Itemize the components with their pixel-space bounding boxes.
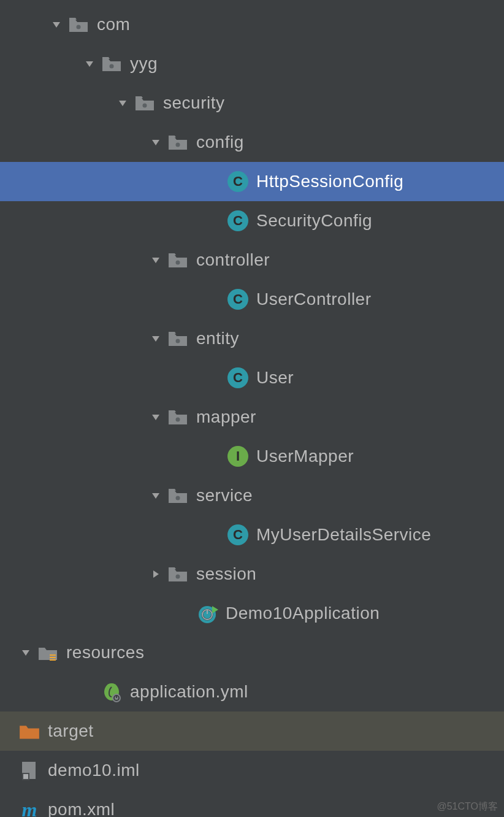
iml-file-icon [18, 759, 40, 781]
tree-item-label: security [163, 93, 224, 113]
tree-item-label: UserMapper [256, 447, 354, 466]
tree-item-label: target [48, 721, 94, 741]
folder-icon [134, 92, 156, 114]
tree-item[interactable]: config [0, 123, 504, 162]
svg-point-6 [176, 418, 180, 422]
tree-item[interactable]: IUserMapper [0, 437, 504, 476]
folder-icon [167, 328, 189, 350]
tree-item[interactable]: CMyUserDetailsService [0, 515, 504, 554]
maven-icon: m [18, 799, 40, 817]
folder-icon [167, 406, 189, 428]
svg-point-4 [176, 261, 180, 265]
target-folder-icon [18, 720, 40, 742]
svg-point-3 [176, 143, 180, 147]
tree-item-label: resources [66, 643, 144, 662]
svg-point-1 [110, 64, 114, 69]
class-icon: C [227, 210, 249, 232]
svg-point-2 [143, 104, 147, 108]
svg-point-8 [176, 575, 180, 579]
tree-item[interactable]: CSecurityConfig [0, 201, 504, 240]
tree-item[interactable]: session [0, 554, 504, 594]
expand-arrow-icon[interactable] [18, 645, 33, 660]
svg-rect-16 [50, 659, 56, 661]
svg-point-0 [77, 25, 81, 29]
expand-arrow-icon[interactable] [115, 96, 130, 110]
svg-rect-19 [116, 695, 117, 698]
expand-arrow-icon[interactable] [82, 56, 97, 71]
tree-item[interactable]: service [0, 476, 504, 515]
svg-point-5 [176, 339, 180, 343]
tree-item[interactable]: mapper [0, 397, 504, 437]
tree-item-label: SecurityConfig [256, 211, 372, 231]
tree-item-label: application.yml [130, 682, 248, 702]
spring-config-icon [101, 681, 123, 703]
expand-arrow-icon[interactable] [148, 567, 163, 581]
tree-item[interactable]: demo10.iml [0, 751, 504, 790]
tree-item-label: yyg [130, 54, 158, 74]
expand-arrow-icon[interactable] [148, 135, 163, 150]
tree-item-label: entity [196, 329, 239, 348]
tree-item-label: mapper [196, 407, 256, 427]
interface-icon: I [227, 445, 249, 467]
svg-point-7 [176, 496, 180, 501]
folder-icon [101, 53, 123, 75]
tree-item[interactable]: CUser [0, 358, 504, 397]
tree-item-label: Demo10Application [226, 604, 380, 623]
tree-item-label: session [196, 564, 256, 584]
svg-rect-14 [50, 654, 56, 656]
tree-item[interactable]: com [0, 5, 504, 44]
class-icon: C [227, 367, 249, 389]
class-icon: C [227, 524, 249, 546]
tree-item[interactable]: CUserController [0, 280, 504, 319]
expand-arrow-icon[interactable] [148, 488, 163, 503]
tree-item[interactable]: entity [0, 319, 504, 358]
expand-arrow-icon[interactable] [148, 410, 163, 424]
resources-folder-icon [37, 642, 59, 664]
tree-item[interactable]: CHttpSessionConfig [0, 162, 504, 201]
tree-item[interactable]: mpom.xml [0, 790, 504, 817]
expand-arrow-icon[interactable] [49, 17, 64, 32]
folder-icon [167, 131, 189, 153]
tree-item-label: HttpSessionConfig [256, 172, 403, 191]
tree-item-label: config [196, 132, 244, 152]
folder-icon [167, 563, 189, 585]
folder-icon [167, 485, 189, 507]
tree-item[interactable]: yyg [0, 44, 504, 83]
tree-item[interactable]: resources [0, 633, 504, 672]
class-icon: C [227, 171, 249, 193]
tree-item-label: UserController [256, 290, 372, 309]
folder-icon [167, 249, 189, 271]
tree-item-label: pom.xml [48, 800, 115, 817]
tree-item[interactable]: controller [0, 240, 504, 280]
project-tree[interactable]: com yyg security configCHttpSessionConfi… [0, 0, 504, 817]
svg-rect-23 [23, 774, 28, 779]
svg-rect-15 [50, 657, 56, 658]
tree-item-label: controller [196, 250, 270, 270]
class-icon: C [227, 288, 249, 310]
watermark: @51CTO博客 [437, 800, 498, 813]
tree-item-label: demo10.iml [48, 761, 140, 780]
tree-item-label: User [256, 368, 294, 388]
tree-item-label: MyUserDetailsService [256, 525, 431, 545]
tree-item[interactable]: security [0, 83, 504, 123]
expand-arrow-icon[interactable] [148, 331, 163, 346]
tree-item-label: com [97, 15, 130, 34]
spring-boot-app-icon [196, 602, 218, 624]
folder-icon [67, 13, 90, 36]
expand-arrow-icon[interactable] [148, 253, 163, 267]
svg-rect-12 [207, 610, 208, 614]
tree-item-label: service [196, 486, 253, 505]
tree-item[interactable]: target [0, 712, 504, 751]
tree-item[interactable]: application.yml [0, 672, 504, 712]
tree-item[interactable]: Demo10Application [0, 594, 504, 633]
